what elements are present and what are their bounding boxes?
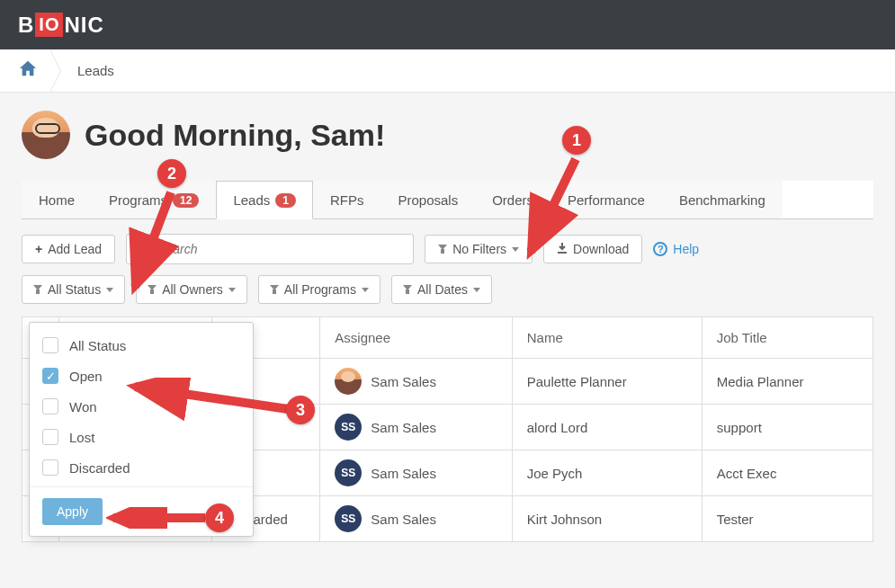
option-label: All Status	[69, 338, 126, 353]
filter-icon	[148, 285, 157, 294]
filter-programs-label: All Programs	[284, 282, 356, 297]
home-icon[interactable]	[18, 59, 50, 82]
option-label: Lost	[69, 430, 94, 445]
avatar: SS	[335, 505, 362, 532]
no-filters-button[interactable]: No Filters	[425, 235, 533, 263]
svg-rect-2	[558, 252, 567, 254]
chevron-down-icon	[512, 247, 519, 252]
search-input[interactable]	[126, 234, 414, 264]
help-link[interactable]: ? Help	[653, 242, 699, 256]
status-option-open[interactable]: ✓ Open	[30, 361, 253, 391]
add-lead-label: Add Lead	[48, 242, 102, 256]
main-tabs: Home Programs12 Leads1 RFPs Proposals Or…	[22, 181, 873, 219]
cell-jobtitle: Tester	[702, 496, 873, 542]
cell-jobtitle: Acct Exec	[702, 450, 873, 496]
option-label: Open	[69, 369, 103, 384]
filter-programs-button[interactable]: All Programs	[258, 275, 380, 304]
tab-proposals[interactable]: Proposals	[380, 181, 475, 218]
col-assignee[interactable]: Assignee	[320, 317, 512, 359]
chevron-down-icon	[473, 288, 480, 292]
checkbox-icon	[42, 429, 58, 445]
option-label: Discarded	[69, 460, 130, 476]
cell-jobtitle: support	[702, 405, 873, 450]
filter-owners-label: All Owners	[162, 282, 223, 297]
breadcrumb-separator-icon	[50, 49, 61, 93]
avatar: SS	[335, 459, 362, 486]
filter-icon	[403, 285, 412, 294]
divider	[30, 486, 253, 487]
tab-badge: 1	[275, 193, 296, 208]
avatar	[335, 368, 362, 395]
status-option-lost[interactable]: Lost	[30, 422, 253, 452]
search-wrap	[126, 234, 414, 264]
status-option-discarded[interactable]: Discarded	[30, 452, 253, 483]
status-option-all[interactable]: All Status	[30, 330, 253, 361]
logo-mid: IO	[35, 13, 63, 37]
search-icon	[137, 242, 149, 257]
chevron-down-icon	[106, 288, 113, 292]
checkbox-icon	[42, 337, 58, 353]
assignee-name: Sam Sales	[371, 420, 436, 435]
checkbox-icon	[42, 398, 58, 414]
filter-dates-label: All Dates	[417, 282, 468, 297]
logo-pre: B	[18, 13, 34, 38]
assignee-name: Sam Sales	[371, 466, 436, 481]
tab-label: Leads	[233, 192, 270, 208]
filter-owners-button[interactable]: All Owners	[136, 275, 247, 304]
col-jobtitle[interactable]: Job Title	[702, 317, 873, 359]
checkbox-icon	[42, 459, 58, 476]
filter-status-label: All Status	[48, 282, 101, 297]
assignee-name: Sam Sales	[371, 374, 436, 389]
tab-badge: 12	[173, 193, 199, 208]
status-dropdown-panel: All Status ✓ Open Won Lost Discarded App…	[29, 322, 254, 537]
download-button[interactable]: Download	[543, 235, 642, 263]
svg-point-0	[138, 243, 146, 251]
download-label: Download	[573, 242, 629, 256]
option-label: Won	[69, 399, 97, 414]
greeting-row: Good Morning, Sam!	[22, 111, 873, 159]
toolbar: + Add Lead No Filters Download ? Help	[22, 219, 873, 275]
cell-assignee: SSSam Sales	[320, 496, 512, 542]
filter-row: All Status All Owners All Programs All D…	[22, 275, 873, 316]
cell-assignee: Sam Sales	[320, 359, 512, 405]
status-option-won[interactable]: Won	[30, 391, 253, 422]
svg-line-1	[145, 250, 148, 254]
checkbox-checked-icon: ✓	[42, 368, 58, 384]
filter-dates-button[interactable]: All Dates	[391, 275, 492, 304]
cell-name: Paulette Planner	[512, 359, 702, 405]
cell-assignee: SSSam Sales	[320, 405, 512, 450]
cell-jobtitle: Media Planner	[702, 359, 873, 405]
cell-name: Joe Pych	[512, 450, 702, 496]
tab-leads[interactable]: Leads1	[216, 181, 313, 219]
chevron-down-icon	[362, 288, 369, 292]
tab-benchmarking[interactable]: Benchmarking	[662, 181, 783, 218]
tab-label: Programs	[109, 192, 167, 208]
tab-label: Proposals	[398, 192, 458, 208]
user-avatar[interactable]	[22, 111, 70, 159]
tab-home[interactable]: Home	[22, 181, 92, 218]
add-lead-button[interactable]: + Add Lead	[22, 235, 115, 263]
filter-icon	[270, 285, 279, 294]
cell-assignee: SSSam Sales	[320, 450, 512, 496]
tab-programs[interactable]: Programs12	[92, 181, 216, 218]
brand-logo[interactable]: BIONIC	[18, 13, 104, 38]
cell-name: Kirt Johnson	[512, 496, 702, 542]
tab-rfps[interactable]: RFPs	[313, 181, 381, 218]
filter-status-button[interactable]: All Status	[22, 275, 125, 304]
tab-label: Performance	[568, 192, 645, 208]
tab-label: Home	[39, 192, 75, 208]
tab-orders[interactable]: Orders	[475, 181, 550, 218]
help-icon: ?	[653, 242, 667, 256]
plus-icon: +	[35, 242, 42, 256]
tab-performance[interactable]: Performance	[550, 181, 662, 218]
download-icon	[557, 242, 568, 256]
filter-icon	[438, 245, 447, 254]
apply-button[interactable]: Apply	[42, 498, 103, 525]
page-title: Good Morning, Sam!	[85, 118, 385, 153]
no-filters-label: No Filters	[452, 242, 506, 256]
tab-label: Orders	[492, 192, 533, 208]
col-name[interactable]: Name	[512, 317, 702, 359]
logo-post: NIC	[64, 13, 103, 38]
tab-label: RFPs	[330, 192, 364, 208]
breadcrumb-current[interactable]: Leads	[61, 63, 114, 78]
